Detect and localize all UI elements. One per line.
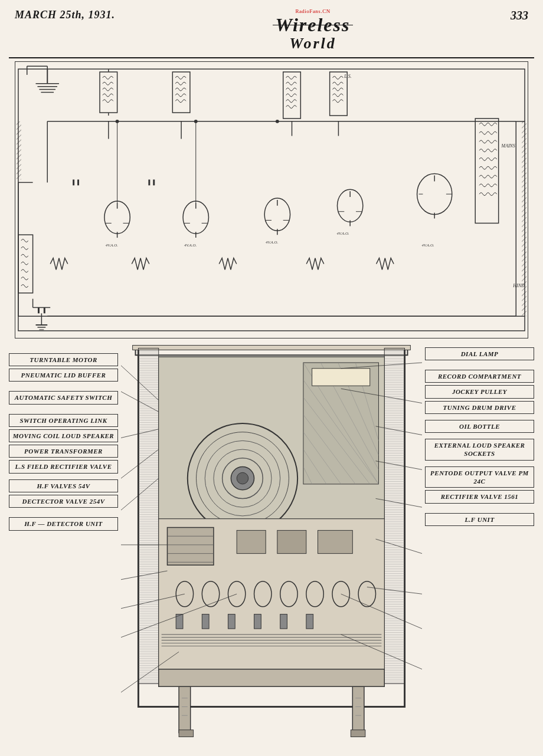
svg-point-75 bbox=[276, 120, 279, 123]
page-container: MARCH 25th, 1931. RadioFans.CN Wireless … bbox=[0, 0, 543, 756]
device-illustration: www.radiofans.cn bbox=[121, 341, 422, 742]
label-tuning-drum: TUNING DRUM DRIVE bbox=[425, 401, 534, 414]
svg-rect-89 bbox=[138, 348, 158, 683]
svg-rect-132 bbox=[254, 614, 261, 629]
label-pentode-output: PENTODE OUTPUT VALVE PM 24C bbox=[425, 466, 534, 488]
page-header: MARCH 25th, 1931. RadioFans.CN Wireless … bbox=[9, 6, 534, 58]
circuit-diagram: L.S. MAINS HIND 4V.A.O. bbox=[15, 61, 528, 338]
label-hf-detector: H.F — DETECTOR UNIT bbox=[9, 517, 118, 530]
svg-rect-134 bbox=[306, 614, 313, 629]
svg-rect-143 bbox=[351, 729, 365, 737]
svg-rect-12 bbox=[172, 72, 190, 113]
svg-rect-120 bbox=[318, 530, 352, 553]
label-record-comp: RECORD COMPARTMENT bbox=[425, 370, 534, 383]
page-number: 333 bbox=[511, 9, 528, 22]
header-title: RadioFans.CN Wireless World bbox=[276, 9, 351, 52]
svg-rect-118 bbox=[237, 530, 266, 553]
svg-point-99 bbox=[237, 472, 248, 484]
svg-rect-140 bbox=[179, 686, 191, 732]
label-jockey-pulley: JOCKEY PULLEY bbox=[425, 385, 534, 398]
svg-rect-131 bbox=[228, 614, 235, 629]
spacer5 bbox=[425, 363, 534, 370]
interior-section: TURNTABLE MOTOR PNEUMATIC LID BUFFER AUT… bbox=[9, 341, 534, 756]
label-hf-valves: H.F VALVES 54V bbox=[9, 479, 118, 492]
svg-text:MAINS: MAINS bbox=[501, 143, 515, 149]
circuit-svg: L.S. MAINS HIND 4V.A.O. bbox=[15, 62, 528, 338]
svg-rect-57 bbox=[18, 235, 33, 293]
svg-rect-90 bbox=[384, 348, 404, 683]
header-date: MARCH 25th, 1931. bbox=[15, 9, 115, 21]
spacer2 bbox=[9, 407, 118, 414]
svg-rect-133 bbox=[280, 614, 287, 629]
right-labels-container: DIAL LAMP RECORD COMPARTMENT JOCKEY PULL… bbox=[422, 341, 534, 756]
svg-rect-150 bbox=[159, 669, 385, 686]
svg-point-74 bbox=[194, 120, 198, 123]
svg-text:4V.A.O.: 4V.A.O. bbox=[266, 240, 278, 244]
svg-text:4V.A.O.: 4V.A.O. bbox=[421, 243, 434, 247]
label-pneumatic-lid: PNEUMATIC LID BUFFER bbox=[9, 369, 118, 382]
label-external-ls: EXTERNAL LOUD SPEAKER SOCKETS bbox=[425, 439, 534, 461]
svg-rect-111 bbox=[312, 368, 370, 385]
label-detector-valve: DECTECTOR VALVE 254V bbox=[9, 495, 118, 508]
magazine-subtitle: World bbox=[276, 35, 351, 52]
svg-rect-9 bbox=[100, 72, 117, 113]
svg-rect-87 bbox=[133, 345, 411, 350]
label-dial-lamp: DIAL LAMP bbox=[425, 347, 534, 360]
svg-text:L.S.: L.S. bbox=[344, 74, 351, 79]
svg-rect-119 bbox=[277, 530, 306, 553]
spacer9 bbox=[425, 506, 534, 513]
spacer1 bbox=[9, 384, 118, 391]
svg-text:4V.A.O.: 4V.A.O. bbox=[106, 243, 118, 247]
left-labels-container: TURNTABLE MOTOR PNEUMATIC LID BUFFER AUT… bbox=[9, 341, 121, 756]
device-illustration-container: www.radiofans.cn bbox=[121, 341, 422, 756]
svg-text:4V.A.O.: 4V.A.O. bbox=[184, 243, 197, 247]
label-lf-unit: L.F UNIT bbox=[425, 513, 534, 526]
svg-rect-113 bbox=[167, 527, 213, 565]
svg-rect-130 bbox=[202, 614, 209, 629]
svg-point-73 bbox=[116, 120, 119, 123]
label-auto-safety: AUTOMATIC SAFETY SWITCH bbox=[9, 391, 118, 404]
magazine-name: Wireless bbox=[276, 15, 351, 35]
svg-rect-142 bbox=[352, 686, 364, 732]
label-oil-bottle: OIL BOTTLE bbox=[425, 420, 534, 433]
svg-rect-16 bbox=[475, 119, 498, 223]
svg-rect-82 bbox=[522, 121, 526, 316]
spacer4 bbox=[9, 510, 118, 517]
label-turntable-motor: TURNTABLE MOTOR bbox=[9, 353, 118, 366]
label-moving-coil: MOVING COIL LOUD SPEAKER bbox=[9, 429, 118, 442]
label-power-transformer: POWER TRANSFORMER bbox=[9, 445, 118, 458]
label-rectifier-valve: RECTIFIER VALVE 1561 bbox=[425, 490, 534, 503]
svg-rect-83 bbox=[17, 121, 21, 180]
svg-rect-141 bbox=[179, 729, 194, 737]
device-svg: www.radiofans.cn bbox=[121, 341, 422, 742]
label-ls-field: L.S FIELD RECTIFIER VALVE bbox=[9, 460, 118, 473]
label-switch-op: SWITCH OPERATING LINK bbox=[9, 414, 118, 427]
svg-text:4V.A.O.: 4V.A.O. bbox=[336, 231, 349, 235]
